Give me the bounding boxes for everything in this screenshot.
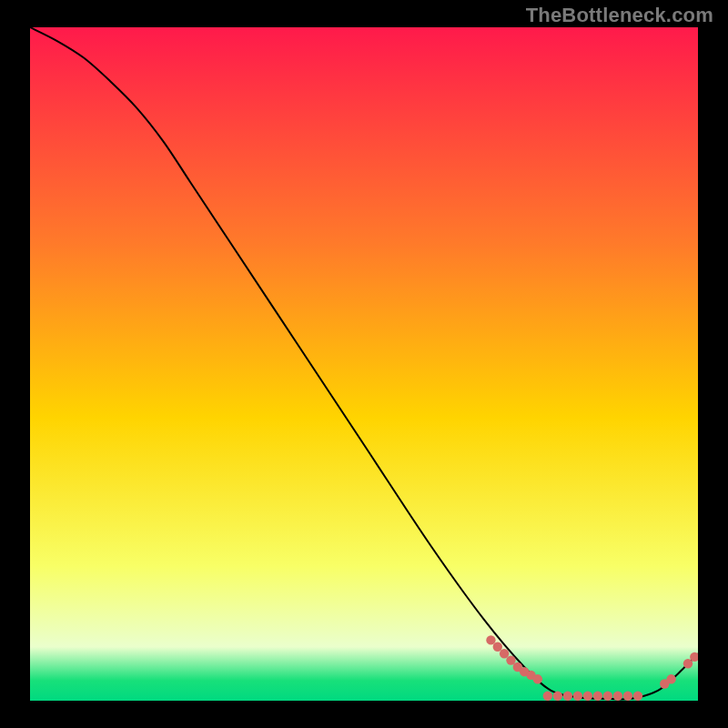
gradient-background (30, 27, 698, 701)
marker-point (563, 692, 572, 701)
plot-svg (30, 27, 698, 701)
marker-point (593, 692, 602, 701)
marker-point (633, 692, 642, 701)
marker-point (553, 692, 562, 701)
marker-point (666, 674, 675, 683)
marker-point (543, 692, 552, 701)
marker-point (683, 659, 693, 668)
marker-point (486, 635, 495, 644)
marker-point (533, 674, 542, 683)
plot-area (30, 27, 698, 701)
chart-container: TheBottleneck.com (0, 0, 728, 728)
marker-point (613, 692, 622, 701)
marker-point (500, 649, 509, 658)
marker-point (493, 642, 502, 652)
marker-point (623, 692, 632, 701)
marker-point (573, 692, 582, 701)
watermark-text: TheBottleneck.com (526, 4, 713, 27)
marker-point (603, 692, 612, 701)
marker-point (583, 692, 592, 701)
marker-point (506, 655, 515, 664)
